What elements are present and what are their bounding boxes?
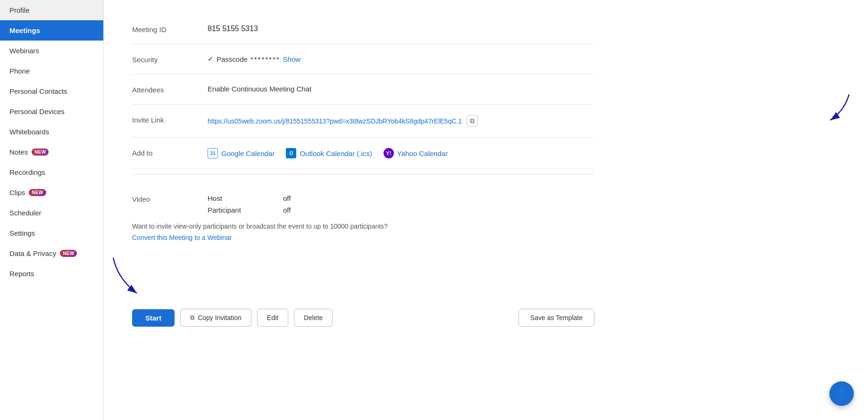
sidebar-item-reports[interactable]: Reports: [0, 264, 103, 284]
sidebar-item-settings[interactable]: Settings: [0, 223, 103, 243]
sidebar-item-label-clips: Clips: [9, 189, 25, 197]
sidebar-item-label-reports: Reports: [9, 270, 34, 278]
copy-link-icon: ⧉: [470, 117, 475, 125]
sidebar-item-notes[interactable]: NotesNEW: [0, 142, 103, 162]
sidebar-item-label-phone: Phone: [9, 67, 30, 75]
copy-invitation-label: Copy Invitation: [198, 314, 242, 321]
sidebar-item-label-whiteboards: Whiteboards: [9, 128, 49, 136]
meeting-id-value: 815 5155 5313: [208, 25, 594, 33]
attendees-note: Enable Continuous Meeting Chat: [208, 85, 311, 93]
attendees-label: Attendees: [132, 85, 208, 94]
google-calendar-icon: 31: [208, 148, 218, 158]
passcode-dots: ********: [250, 55, 280, 63]
copy-link-button[interactable]: ⧉: [467, 115, 478, 127]
outlook-calendar-link[interactable]: O Outlook Calendar (.ics): [286, 148, 372, 158]
attendees-value: Enable Continuous Meeting Chat: [208, 85, 594, 93]
add-to-row: Add to 31 Google Calendar O Outlook Cale…: [132, 138, 594, 169]
sidebar-item-personal-devices[interactable]: Personal Devices: [0, 101, 103, 122]
google-calendar-label: Google Calendar: [221, 149, 275, 157]
sidebar-item-whiteboards[interactable]: Whiteboards: [0, 122, 103, 142]
invite-link-label: Invite Link: [132, 115, 208, 124]
outlook-calendar-icon: O: [286, 148, 296, 158]
video-row: Video Host off Participant off: [132, 184, 594, 218]
action-buttons-row: Start ⧉ Copy Invitation Edit Delete Save…: [132, 299, 594, 331]
sidebar-item-label-recordings: Recordings: [9, 168, 45, 176]
sidebar-item-recordings[interactable]: Recordings: [0, 162, 103, 182]
participant-label: Participant: [208, 206, 283, 214]
copy-invitation-icon: ⧉: [190, 314, 194, 321]
invite-link-url[interactable]: https://us05web.zoom.us/j/81551555313?pw…: [208, 117, 462, 125]
host-label: Host: [208, 194, 283, 202]
sidebar-item-phone[interactable]: Phone: [0, 61, 103, 81]
video-label: Video: [132, 194, 208, 203]
sidebar-item-label-settings: Settings: [9, 229, 35, 237]
main-content: Meeting ID 815 5155 5313 Security ✓ Pass…: [104, 0, 868, 420]
meeting-id-label: Meeting ID: [132, 25, 208, 33]
arrow-annotation-1: [816, 92, 854, 130]
fab-icon: 👤: [835, 387, 848, 400]
copy-invitation-button[interactable]: ⧉ Copy Invitation: [180, 309, 251, 327]
google-calendar-link[interactable]: 31 Google Calendar: [208, 148, 275, 158]
passcode-label: Passcode: [217, 55, 248, 63]
sidebar-item-scheduler[interactable]: Scheduler: [0, 203, 103, 223]
webinar-promo-text: Want to invite view-only participants or…: [132, 222, 594, 230]
sidebar: ProfileMeetingsWebinarsPhonePersonal Con…: [0, 0, 104, 420]
sidebar-item-data-privacy[interactable]: Data & PrivacyNEW: [0, 243, 103, 264]
arrow-annotation-2: [104, 255, 151, 303]
add-to-value: 31 Google Calendar O Outlook Calendar (.…: [208, 148, 594, 158]
sidebar-item-label-profile: Profile: [9, 6, 30, 14]
sidebar-item-label-personal-devices: Personal Devices: [9, 107, 65, 115]
meeting-id-row: Meeting ID 815 5155 5313: [132, 14, 594, 44]
participant-status: off: [283, 206, 291, 214]
badge-notes: NEW: [32, 148, 49, 156]
show-passcode-link[interactable]: Show: [283, 55, 301, 63]
start-button[interactable]: Start: [132, 309, 175, 327]
sidebar-item-label-data-privacy: Data & Privacy: [9, 249, 56, 257]
sidebar-item-label-webinars: Webinars: [9, 47, 39, 55]
security-row: Security ✓ Passcode ******** Show: [132, 44, 594, 74]
invite-link-row: Invite Link https://us05web.zoom.us/j/81…: [132, 105, 594, 138]
badge-clips: NEW: [29, 189, 46, 196]
check-icon: ✓: [208, 55, 214, 63]
sidebar-item-profile[interactable]: Profile: [0, 0, 103, 20]
attendees-row: Attendees Enable Continuous Meeting Chat: [132, 74, 594, 105]
security-label: Security: [132, 55, 208, 64]
host-status: off: [283, 194, 291, 202]
add-to-label: Add to: [132, 148, 208, 157]
save-as-template-button[interactable]: Save as Template: [518, 309, 594, 327]
sidebar-item-clips[interactable]: ClipsNEW: [0, 182, 103, 203]
sidebar-item-label-scheduler: Scheduler: [9, 209, 42, 217]
webinar-promo-section: Want to invite view-only participants or…: [132, 218, 594, 251]
outlook-calendar-label: Outlook Calendar (.ics): [300, 149, 372, 157]
yahoo-calendar-link[interactable]: Y! Yahoo Calendar: [384, 148, 448, 158]
yahoo-calendar-label: Yahoo Calendar: [397, 149, 448, 157]
video-value: Host off Participant off: [208, 194, 594, 214]
sidebar-item-meetings[interactable]: Meetings: [0, 20, 103, 41]
sidebar-item-label-meetings: Meetings: [9, 26, 40, 34]
sidebar-item-label-personal-contacts: Personal Contacts: [9, 87, 67, 95]
divider: [132, 174, 594, 174]
convert-to-webinar-link[interactable]: Convert this Meeting to a Webinar: [132, 234, 232, 241]
sidebar-item-webinars[interactable]: Webinars: [0, 41, 103, 61]
yahoo-calendar-icon: Y!: [384, 148, 394, 158]
security-value: ✓ Passcode ******** Show: [208, 55, 594, 63]
fab-button[interactable]: 👤: [829, 381, 854, 406]
edit-button[interactable]: Edit: [257, 309, 288, 327]
delete-button[interactable]: Delete: [294, 309, 333, 327]
invite-link-value: https://us05web.zoom.us/j/81551555313?pw…: [208, 115, 594, 127]
sidebar-item-label-notes: Notes: [9, 148, 28, 156]
sidebar-item-personal-contacts[interactable]: Personal Contacts: [0, 81, 103, 101]
badge-data-privacy: NEW: [60, 250, 77, 257]
